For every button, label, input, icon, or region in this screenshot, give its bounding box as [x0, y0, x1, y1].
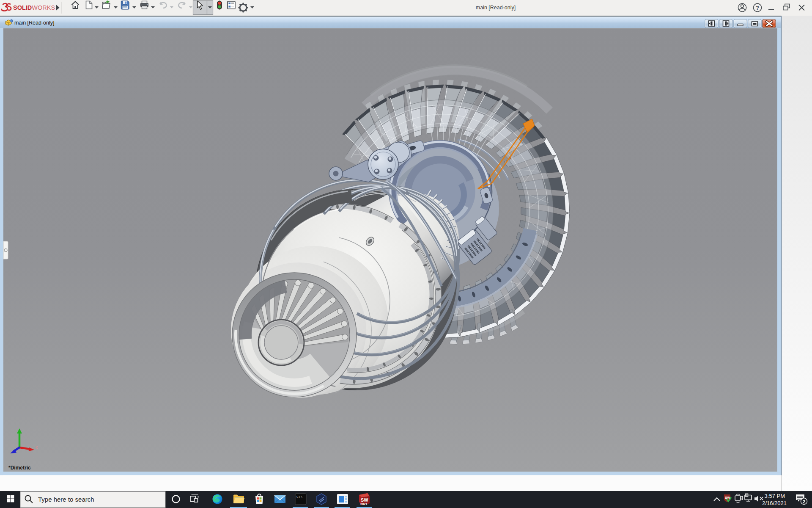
- svg-text:2021: 2021: [360, 502, 368, 506]
- svg-text:3:57 PM: 3:57 PM: [765, 493, 785, 499]
- svg-text:*Dimetric: *Dimetric: [8, 465, 31, 471]
- svg-text:?: ?: [756, 5, 759, 11]
- svg-text:SOLIDWORKS: SOLIDWORKS: [13, 4, 55, 11]
- svg-text:main [Read-only]: main [Read-only]: [476, 5, 516, 11]
- svg-text:main [Read-only]: main [Read-only]: [14, 20, 55, 26]
- svg-text:2: 2: [803, 499, 805, 504]
- svg-text:Type here to search: Type here to search: [38, 496, 94, 503]
- svg-text:C:\_: C:\_: [296, 495, 304, 499]
- svg-text:2/16/2021: 2/16/2021: [762, 500, 787, 506]
- svg-text:x: x: [509, 155, 512, 160]
- svg-text:x: x: [36, 445, 38, 450]
